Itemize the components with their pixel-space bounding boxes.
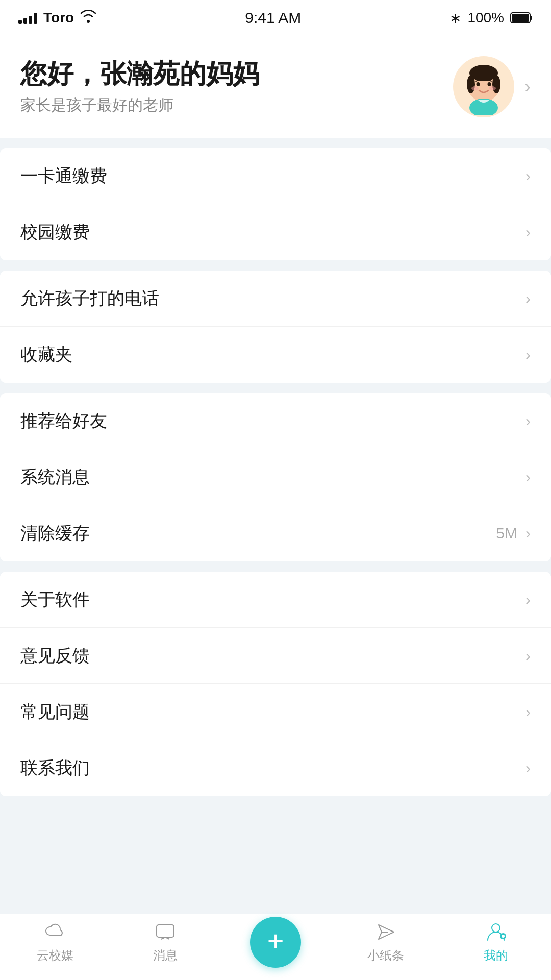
- svg-point-15: [502, 935, 505, 938]
- battery-percent: 100%: [467, 10, 504, 26]
- payments-section: 一卡通缴费 › 校园缴费 ›: [0, 148, 551, 260]
- menu-item-favorites[interactable]: 收藏夹 ›: [0, 327, 551, 383]
- battery-icon: [510, 12, 533, 23]
- chevron-right-icon: ›: [525, 167, 531, 185]
- tab-add[interactable]: +: [220, 917, 331, 968]
- menu-item-feedback[interactable]: 意见反馈 ›: [0, 628, 551, 684]
- menu-item-campus-fee-right: ›: [525, 224, 531, 241]
- person-icon: [485, 921, 507, 943]
- tab-mine-label: 我的: [484, 947, 508, 964]
- tab-notes[interactable]: 小纸条: [331, 921, 441, 964]
- menu-item-clear-cache-label: 清除缓存: [20, 522, 90, 545]
- tab-cloud-media-label: 云校媒: [37, 947, 73, 964]
- menu-item-allowed-calls-label: 允许孩子打的电话: [20, 287, 159, 310]
- menu-item-clear-cache-right: 5M ›: [496, 525, 531, 542]
- chevron-right-icon: ›: [525, 290, 531, 307]
- menu-item-recommend-right: ›: [525, 412, 531, 430]
- tab-messages[interactable]: 消息: [110, 921, 220, 964]
- menu-item-favorites-right: ›: [525, 346, 531, 363]
- menu-item-feedback-right: ›: [525, 647, 531, 665]
- chevron-right-icon: ›: [525, 647, 531, 665]
- menu-item-yikatong-label: 一卡通缴费: [20, 164, 107, 188]
- menu-item-about-software[interactable]: 关于软件 ›: [0, 572, 551, 628]
- menu-item-faq[interactable]: 常见问题 ›: [0, 684, 551, 740]
- status-time: 9:41 AM: [245, 9, 301, 27]
- bluetooth-icon: ∗: [449, 10, 461, 27]
- svg-rect-1: [530, 16, 532, 20]
- svg-point-9: [471, 86, 479, 90]
- menu-item-faq-right: ›: [525, 703, 531, 721]
- tab-bar: 云校媒 消息 + 小纸条 我的: [0, 914, 551, 980]
- chevron-right-icon: ›: [525, 346, 531, 363]
- profile-header[interactable]: 您好，张瀚苑的妈妈 家长是孩子最好的老师: [0, 36, 551, 138]
- contacts-section: 允许孩子打的电话 › 收藏夹 ›: [0, 271, 551, 383]
- chevron-right-icon: ›: [525, 224, 531, 241]
- menu-item-feedback-label: 意见反馈: [20, 644, 90, 668]
- svg-point-6: [492, 75, 500, 93]
- scroll-area: 您好，张瀚苑的妈妈 家长是孩子最好的老师: [0, 36, 551, 914]
- tab-messages-label: 消息: [153, 947, 178, 964]
- svg-point-13: [492, 924, 500, 932]
- message-icon: [154, 921, 177, 943]
- menu-item-yikatong[interactable]: 一卡通缴费 ›: [0, 148, 551, 204]
- tab-cloud-media[interactable]: 云校媒: [0, 921, 110, 964]
- greeting-text: 您好，张瀚苑的妈妈: [20, 58, 453, 89]
- chevron-right-icon: ›: [525, 412, 531, 430]
- wifi-icon: [80, 10, 96, 27]
- chevron-right-icon: ›: [525, 703, 531, 721]
- profile-chevron-icon[interactable]: ›: [524, 76, 531, 97]
- header-right: ›: [453, 56, 531, 117]
- cloud-icon: [44, 921, 66, 943]
- menu-item-about-software-label: 关于软件: [20, 588, 90, 611]
- menu-item-system-messages[interactable]: 系统消息 ›: [0, 449, 551, 505]
- svg-point-5: [467, 75, 475, 93]
- menu-item-yikatong-right: ›: [525, 167, 531, 185]
- cache-size-value: 5M: [496, 525, 517, 542]
- subtitle-text: 家长是孩子最好的老师: [20, 95, 453, 116]
- menu-item-about-software-right: ›: [525, 591, 531, 608]
- menu-item-allowed-calls[interactable]: 允许孩子打的电话 ›: [0, 271, 551, 327]
- svg-point-7: [477, 82, 480, 86]
- status-left: Toro: [18, 10, 96, 27]
- tab-mine[interactable]: 我的: [441, 921, 551, 964]
- chevron-right-icon: ›: [525, 469, 531, 486]
- menu-item-recommend-label: 推荐给好友: [20, 409, 107, 433]
- header-left: 您好，张瀚苑的妈妈 家长是孩子最好的老师: [20, 58, 453, 115]
- menu-item-campus-fee-label: 校园缴费: [20, 220, 90, 244]
- menu-item-allowed-calls-right: ›: [525, 290, 531, 307]
- plus-icon: +: [267, 927, 284, 955]
- svg-point-8: [488, 82, 491, 86]
- menu-item-contact-us-right: ›: [525, 760, 531, 777]
- carrier-label: Toro: [43, 10, 74, 26]
- chevron-right-icon: ›: [525, 525, 531, 542]
- menu-item-faq-label: 常见问题: [20, 700, 90, 724]
- send-icon: [374, 921, 397, 943]
- menu-item-contact-us[interactable]: 联系我们 ›: [0, 740, 551, 796]
- menu-item-system-messages-right: ›: [525, 469, 531, 486]
- avatar[interactable]: [453, 56, 514, 117]
- chevron-right-icon: ›: [525, 591, 531, 608]
- svg-point-10: [489, 86, 496, 90]
- menu-item-campus-fee[interactable]: 校园缴费 ›: [0, 204, 551, 260]
- menu-item-favorites-label: 收藏夹: [20, 343, 72, 366]
- signal-icon: [18, 12, 37, 24]
- status-right: ∗ 100%: [449, 10, 533, 27]
- svg-rect-2: [512, 14, 529, 22]
- tab-notes-label: 小纸条: [367, 947, 404, 964]
- menu-item-clear-cache[interactable]: 清除缓存 5M ›: [0, 505, 551, 561]
- menu-item-contact-us-label: 联系我们: [20, 756, 90, 780]
- social-section: 推荐给好友 › 系统消息 › 清除缓存 5M ›: [0, 393, 551, 561]
- chevron-right-icon: ›: [525, 760, 531, 777]
- menu-item-recommend[interactable]: 推荐给好友 ›: [0, 393, 551, 449]
- fab-button[interactable]: +: [250, 917, 301, 968]
- menu-item-system-messages-label: 系统消息: [20, 465, 90, 489]
- about-section: 关于软件 › 意见反馈 › 常见问题 › 联系我们 ›: [0, 572, 551, 796]
- status-bar: Toro 9:41 AM ∗ 100%: [0, 0, 551, 36]
- svg-rect-12: [157, 925, 174, 937]
